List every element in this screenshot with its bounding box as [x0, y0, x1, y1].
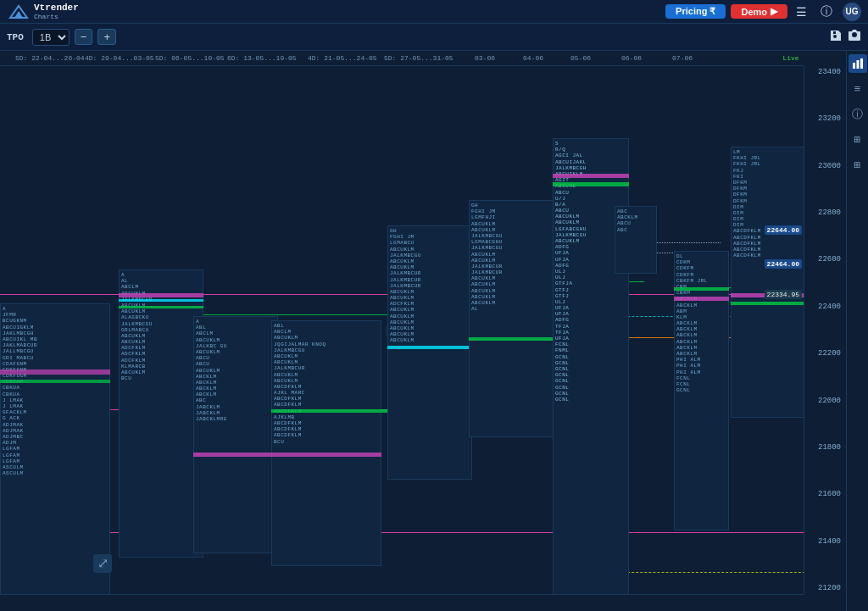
- price-23400: 23400: [806, 68, 844, 76]
- tpo-block-4: ABLABCLMABCUKLMJQGIJALMAR KNOQJALKMBCGUA…: [271, 320, 381, 566]
- price-22000: 22000: [806, 397, 844, 405]
- toolbar: TPO 1B 2B 3B − +: [0, 24, 868, 51]
- zoom-button[interactable]: ⤢: [93, 554, 112, 573]
- price-22200: 22200: [806, 349, 844, 358]
- tpo-green-4: [271, 409, 390, 413]
- tpo-green-10: [731, 302, 804, 305]
- price-21200: 21200: [806, 584, 844, 592]
- time-label-6: 03-06: [475, 54, 495, 62]
- sidebar-chart-icon[interactable]: [849, 54, 867, 73]
- tpo-highlight-1: [0, 369, 110, 375]
- price-tag-22464: 22464.00: [765, 259, 802, 269]
- tpo-block-3: AABLABCLMABCUKLMJALKBC GUABCUKLMABCUABCU…: [193, 316, 278, 553]
- tpo-block-10: LMFKHI JRLFKHI JRLFKJFKIDFKMDFKMDFKMDFKM…: [731, 147, 804, 418]
- price-21800: 21800: [806, 443, 844, 452]
- sidebar-grid-icon[interactable]: ⊞: [849, 131, 867, 149]
- sidebar-list-icon[interactable]: ≡: [849, 80, 867, 98]
- time-axis: 5D: 22-04...26-04 4D: 29-04...03-05 5D: …: [0, 51, 804, 66]
- price-22400: 22400: [806, 303, 844, 311]
- tpo-highlight-7: [553, 174, 629, 178]
- price-21600: 21600: [806, 490, 844, 498]
- tpo-green-9: [674, 287, 729, 291]
- time-label-2: 5D: 06-05...10-05: [155, 54, 225, 62]
- sidebar-grid2-icon[interactable]: ⊞: [849, 156, 867, 175]
- vtrender-logo-icon: [7, 3, 31, 21]
- tpo-block-5: GHFGHI JMLGMABCUABCUKLMJALKMBCGUABCUKLMA…: [387, 225, 472, 480]
- sidebar-info-icon[interactable]: ⓘ: [849, 105, 867, 124]
- time-label-0: 5D: 22-04...26-04: [15, 54, 85, 62]
- pricing-button[interactable]: Pricing ₹: [665, 4, 726, 19]
- price-line-yellow-dotted: [610, 572, 804, 573]
- info-button[interactable]: ⓘ: [815, 3, 837, 21]
- tpo-green-1: [0, 380, 110, 383]
- price-21400: 21400: [806, 537, 844, 546]
- tpo-green-7: [553, 182, 629, 186]
- tpo-cyan-2: [119, 299, 203, 302]
- user-avatar-button[interactable]: UG: [843, 3, 861, 21]
- tpo-highlight-9: [674, 297, 729, 301]
- demo-label: Demo: [741, 7, 767, 17]
- svg-rect-2: [853, 63, 855, 69]
- chart-type-label: TPO: [7, 32, 24, 42]
- time-label-9: 06-06: [621, 54, 642, 62]
- svg-rect-3: [856, 60, 859, 69]
- price-axis: 23400 23200 23000 22800 22600 22400 2220…: [804, 66, 846, 594]
- tpo-block-2: AALABCLMABCUKLMJALKMBCURABCUKLMABCUKLMAL…: [119, 269, 203, 558]
- live-indicator: Live: [778, 51, 804, 66]
- increase-button[interactable]: +: [97, 29, 116, 45]
- navbar: Vtrender Charts Pricing ₹ Demo ▶ ☰ ⓘ UG: [0, 0, 868, 24]
- tpo-highlight-2: [119, 293, 203, 297]
- svg-marker-1: [14, 11, 23, 18]
- time-label-7: 04-06: [523, 54, 543, 62]
- time-label-10: 07-06: [672, 54, 693, 62]
- menu-button[interactable]: ☰: [791, 3, 812, 20]
- time-label-3: 6D: 13-05...19-05: [227, 54, 297, 62]
- logo-text-area: Vtrender Charts: [34, 3, 79, 20]
- logo-subtitle: Charts: [34, 13, 79, 20]
- tpo-block-1: AJFMRBCUGKNMABCUIGKLMJAKLMBCGHABCUIKL MB…: [0, 303, 110, 594]
- chart-area[interactable]: 5D: 22-04...26-04 4D: 29-04...03-05 5D: …: [0, 51, 846, 611]
- demo-button[interactable]: Demo ▶: [731, 4, 787, 19]
- tpo-cyan-5: [387, 346, 472, 349]
- tpo-highlight-4: [271, 453, 381, 457]
- tpo-block-9: DLCDKMCDKFMCDKFMCBKFM JRLCBMCBKMABCKLMAB…: [674, 251, 729, 530]
- time-label-5: 5D: 27-05...31-05: [384, 54, 453, 62]
- tpo-green-6: [469, 337, 562, 341]
- time-label-1: 4D: 29-04...03-05: [85, 54, 154, 62]
- logo-brand: Vtrender: [34, 3, 79, 13]
- price-tag-22644: 22644.00: [765, 225, 802, 235]
- tpo-green-2b: [119, 306, 203, 308]
- price-23000: 23000: [806, 162, 844, 170]
- price-tag-22334: 22334.95: [765, 290, 802, 299]
- tpo-block-8: ABCABCKLMABCUABC: [615, 206, 657, 274]
- bottom-axis: [0, 594, 804, 611]
- logo-area: Vtrender Charts: [7, 3, 79, 21]
- chart-canvas[interactable]: render C: [0, 66, 804, 594]
- save-button[interactable]: [829, 29, 843, 45]
- interval-select[interactable]: 1B 2B 3B: [32, 29, 70, 46]
- time-label-4: 4D: 21-05...24-05: [308, 54, 377, 62]
- demo-play-icon: ▶: [771, 6, 777, 17]
- right-sidebar: ≡ ⓘ ⊞ ⊞: [846, 51, 868, 611]
- price-22800: 22800: [806, 208, 844, 217]
- price-23200: 23200: [806, 114, 844, 123]
- main-layout: 5D: 22-04...26-04 4D: 29-04...03-05 5D: …: [0, 51, 868, 611]
- screenshot-button[interactable]: [848, 29, 861, 45]
- price-22600: 22600: [806, 255, 844, 264]
- tpo-block-6: GHFGHI JMLGMFHJIABCUKLMABCUKLMJALKMBCGUL…: [469, 200, 562, 437]
- decrease-button[interactable]: −: [75, 29, 93, 45]
- tpo-highlight-3: [193, 453, 278, 457]
- svg-rect-4: [860, 58, 863, 69]
- time-label-8: 05-06: [570, 54, 591, 62]
